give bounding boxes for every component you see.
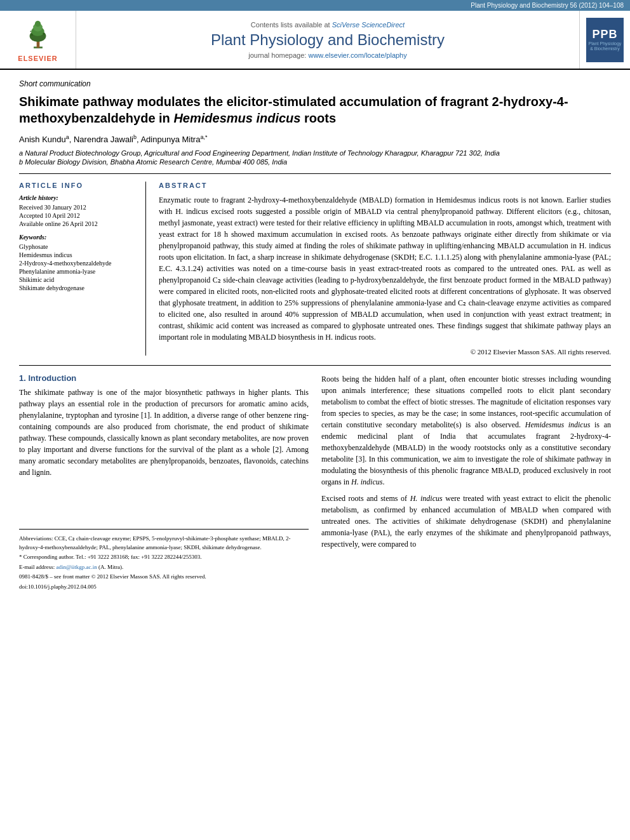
email-footnote: E-mail address: adin@iitkgp.ac.in (A. Mi… <box>19 563 309 572</box>
copyright-line: © 2012 Elsevier Masson SAS. All rights r… <box>159 348 611 356</box>
intro-right-paragraph2: Excised roots and stems of H. indicus we… <box>321 493 611 550</box>
article-history-label: Article history: <box>19 194 136 201</box>
elsevier-logo: ELSEVIER <box>18 17 57 62</box>
journal-info-center: Contents lists available at SciVerse Sci… <box>76 11 579 69</box>
author1-name: Anish Kundu <box>19 135 66 144</box>
affiliation-b: b Molecular Biology Division, Bhabha Ato… <box>19 158 611 166</box>
svg-point-8 <box>30 31 31 32</box>
keyword-2: Hemidesmus indicus <box>19 251 136 258</box>
body-col-right: Roots being the hidden half of a plant, … <box>321 373 611 592</box>
article-title: Shikimate pathway modulates the elicitor… <box>19 93 611 126</box>
species-italic-3: H. indicus <box>410 494 443 503</box>
corresponding-label: * Corresponding author. <box>19 554 74 560</box>
article-info-label: ARTICLE INFO <box>19 182 136 189</box>
abbr-text: CCE, C₂ chain-cleavage enzyme; EPSPS, 5-… <box>19 535 290 550</box>
species-italic-1: Hemidesmus indicus <box>525 420 591 429</box>
main-content: Short communication Shikimate pathway mo… <box>0 70 630 602</box>
section-divider <box>19 365 611 366</box>
keyword-4: Phenylalanine ammonia-lyase <box>19 268 136 275</box>
issn-line: 0981-8428/$ – see front matter © 2012 El… <box>19 573 309 582</box>
email-address: adin@iitkgp.ac.in <box>56 564 97 570</box>
article-type-label: Short communication <box>19 79 611 88</box>
author2-name: , Narendra Jawali <box>69 135 133 144</box>
species-italic-2: H. indicus <box>351 477 382 486</box>
abstract-col: ABSTRACT Enzymatic route to fragrant 2-h… <box>159 182 611 356</box>
sciverse-line: Contents lists available at SciVerse Sci… <box>251 21 405 29</box>
body-col-left: 1. Introduction The shikimate pathway is… <box>19 373 309 592</box>
ppb-logo-text: PPB <box>592 28 617 41</box>
title-part2: roots <box>300 111 336 125</box>
intro-paragraph1: The shikimate pathway is one of the majo… <box>19 387 309 478</box>
article-info-col: ARTICLE INFO Article history: Received 3… <box>19 182 146 356</box>
svg-point-6 <box>30 34 32 36</box>
abstract-label: ABSTRACT <box>159 182 611 189</box>
journal-homepage: journal homepage: www.elsevier.com/locat… <box>248 51 406 59</box>
keywords-label: Keywords: <box>19 234 136 241</box>
journal-citation-text: Plant Physiology and Biochemistry 56 (20… <box>471 2 624 9</box>
available-online-date: Available online 26 April 2012 <box>19 220 136 227</box>
footnotes: Abbreviations: CCE, C₂ chain-cleavage en… <box>19 529 309 591</box>
elsevier-tree-icon <box>19 17 57 52</box>
journal-homepage-link[interactable]: www.elsevier.com/locate/plaphy <box>308 51 406 59</box>
affiliation-a: a Natural Product Biotechnology Group, A… <box>19 149 611 157</box>
article-info-abstract: ARTICLE INFO Article history: Received 3… <box>19 173 611 356</box>
svg-point-5 <box>34 21 40 27</box>
body-content: 1. Introduction The shikimate pathway is… <box>19 373 611 592</box>
keyword-5: Shikimic acid <box>19 276 136 283</box>
journal-title: Plant Physiology and Biochemistry <box>211 31 445 49</box>
svg-point-7 <box>43 33 44 35</box>
abbr-label: Abbreviations: <box>19 535 53 542</box>
corresponding-author: * Corresponding author. Tel.: +91 3222 2… <box>19 553 309 562</box>
keyword-6: Shikimate dehydrogenase <box>19 284 136 291</box>
intro-heading-label: Introduction <box>28 373 76 383</box>
title-italic: Hemidesmus indicus <box>173 111 300 125</box>
tel-text: Tel.: +91 3222 283168; fax: +91 3222 282… <box>76 554 201 560</box>
authors-line: Anish Kundua, Narendra Jawalib, Adinpuny… <box>19 134 611 144</box>
abstract-text: Enzymatic route to fragrant 2-hydroxy-4-… <box>159 194 611 343</box>
ppb-logo-area: PPB Plant Physiology & Biochemistry <box>579 11 630 69</box>
accepted-date: Accepted 10 April 2012 <box>19 212 136 219</box>
elsevier-wordmark: ELSEVIER <box>18 55 57 62</box>
keyword-3: 2-Hydroxy-4-methoxybenzaldehyde <box>19 260 136 267</box>
ppb-logo-subtext: Plant Physiology & Biochemistry <box>586 41 624 52</box>
doi-line: doi:10.1016/j.plaphy.2012.04.005 <box>19 583 309 592</box>
sciverse-link[interactable]: SciVerse ScienceDirect <box>332 21 405 29</box>
intro-right-paragraph1: Roots being the hidden half of a plant, … <box>321 373 611 488</box>
author3-sup: a,* <box>200 134 207 140</box>
affiliations: a Natural Product Biotechnology Group, A… <box>19 149 611 166</box>
ppb-logo: PPB Plant Physiology & Biochemistry <box>586 18 624 62</box>
email-name: (A. Mitra). <box>98 564 123 570</box>
journal-citation-bar: Plant Physiology and Biochemistry 56 (20… <box>0 0 630 11</box>
journal-header: ELSEVIER Contents lists available at Sci… <box>0 11 630 70</box>
email-label: E-mail address: <box>19 564 55 570</box>
received-date: Received 30 January 2012 <box>19 204 136 211</box>
intro-heading-number: 1. <box>19 373 26 383</box>
abbreviations-label: Abbreviations: CCE, C₂ chain-cleavage en… <box>19 535 309 552</box>
author3-name: , Adinpunya Mitra <box>137 135 200 144</box>
intro-heading: 1. Introduction <box>19 373 309 383</box>
elsevier-logo-area: ELSEVIER <box>0 11 76 69</box>
keyword-1: Glyphosate <box>19 243 136 250</box>
